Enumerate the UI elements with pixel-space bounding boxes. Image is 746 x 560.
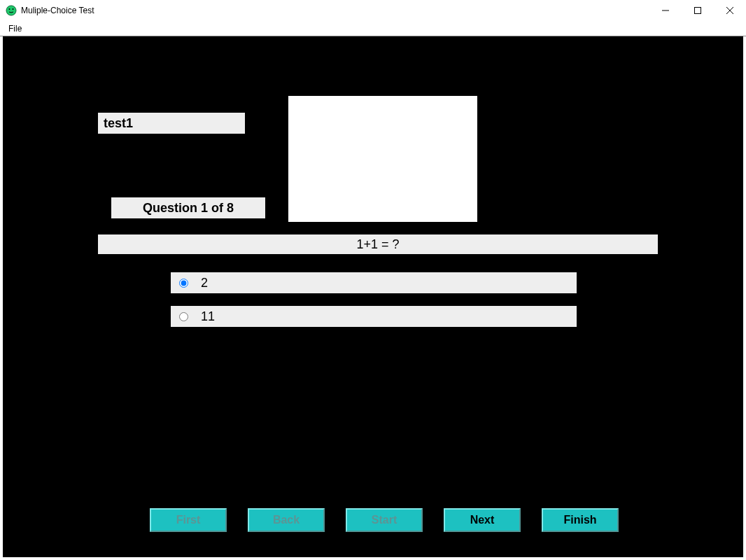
- back-button[interactable]: Back: [248, 508, 325, 532]
- close-button[interactable]: [714, 0, 746, 21]
- start-button[interactable]: Start: [346, 508, 423, 532]
- answer-label-2: 11: [201, 309, 215, 324]
- question-counter: Question 1 of 8: [111, 197, 265, 218]
- content-area: test1 Question 1 of 8 1+1 = ? 2 11 First…: [3, 36, 743, 557]
- finish-button[interactable]: Finish: [542, 508, 619, 532]
- answer-radio-1[interactable]: [179, 279, 188, 288]
- svg-point-2: [13, 8, 14, 10]
- answer-option-2[interactable]: 11: [171, 306, 577, 327]
- titlebar: Muliple-Choice Test: [0, 0, 746, 21]
- answer-option-1[interactable]: 2: [171, 272, 577, 293]
- app-icon: [6, 5, 17, 16]
- window-controls: [649, 0, 746, 21]
- maximize-button[interactable]: [682, 0, 714, 21]
- first-button[interactable]: First: [150, 508, 227, 532]
- window-title: Muliple-Choice Test: [21, 6, 94, 15]
- nav-button-row: First Back Start Next Finish: [150, 508, 619, 532]
- svg-point-1: [9, 8, 10, 10]
- answer-label-1: 2: [201, 276, 208, 290]
- menubar: File: [0, 21, 746, 36]
- menu-file[interactable]: File: [4, 22, 26, 35]
- minimize-button[interactable]: [649, 0, 682, 21]
- question-text: 1+1 = ?: [98, 234, 658, 254]
- answer-radio-2[interactable]: [179, 312, 188, 321]
- svg-rect-4: [695, 8, 701, 14]
- test-name-label: test1: [98, 113, 245, 134]
- question-image-box: [288, 96, 477, 222]
- svg-point-0: [6, 6, 16, 15]
- next-button[interactable]: Next: [444, 508, 521, 532]
